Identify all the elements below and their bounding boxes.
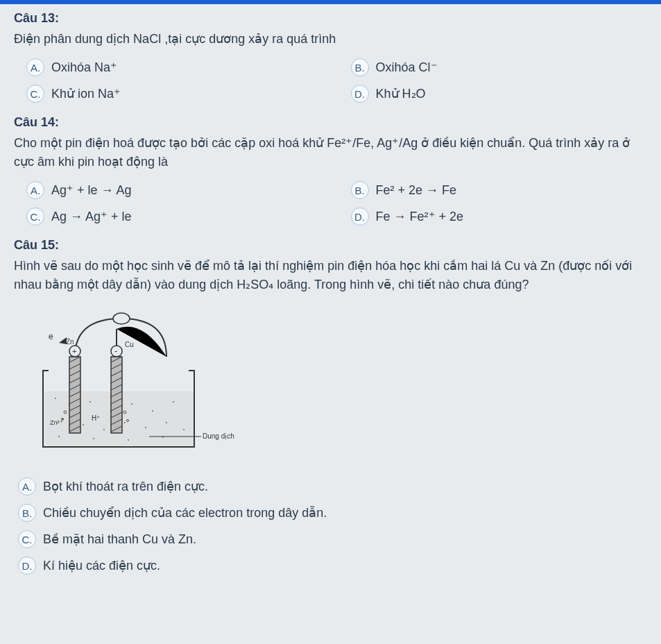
- question-13-title: Câu 13:: [14, 11, 647, 26]
- svg-point-20: [183, 429, 184, 430]
- svg-point-15: [166, 422, 167, 423]
- q14-option-a[interactable]: A. Ag⁺ + le → Ag: [26, 181, 323, 199]
- q13-option-a[interactable]: A. Oxihóa Na⁺: [26, 58, 323, 76]
- q14-option-d[interactable]: D. Fe → Fe²⁺ + 2e: [351, 207, 648, 226]
- option-letter: C.: [26, 85, 44, 103]
- q14-option-c[interactable]: C. Ag → Ag⁺ + le: [26, 207, 323, 226]
- svg-point-8: [152, 410, 153, 412]
- question-13-text: Điện phân dung dịch NaCl ,tại cực dương …: [14, 30, 647, 49]
- q15-diagram: e: [14, 308, 647, 464]
- option-text: Oxihóa Na⁺: [51, 60, 117, 75]
- q13-option-b[interactable]: B. Oxihóa Cl⁻: [351, 58, 648, 76]
- question-13: Câu 13: Điện phân dung dịch NaCl ,tại cự…: [14, 11, 647, 103]
- option-text: Chiều chuyển dịch của các electron trong…: [43, 505, 327, 520]
- option-letter: A.: [18, 477, 36, 495]
- option-text: Oxihóa Cl⁻: [376, 60, 438, 75]
- option-text: Khử H₂O: [376, 86, 426, 101]
- q15-option-d[interactable]: D. Kí hiệu các điện cực.: [18, 557, 647, 575]
- option-letter: B.: [18, 504, 36, 522]
- svg-point-13: [124, 422, 126, 423]
- option-text: Bọt khí thoát ra trên điện cực.: [43, 479, 208, 494]
- question-13-options: A. Oxihóa Na⁺ B. Oxihóa Cl⁻ C. Khử ion N…: [26, 58, 647, 103]
- svg-point-17: [93, 438, 94, 439]
- q13-option-c[interactable]: C. Khử ion Na⁺: [26, 85, 323, 103]
- option-letter: D.: [351, 85, 369, 103]
- svg-point-16: [58, 436, 60, 437]
- electrochemistry-diagram-icon: e: [28, 308, 236, 461]
- q15-option-c[interactable]: C. Bề mặt hai thanh Cu và Zn.: [18, 530, 647, 548]
- svg-point-3: [55, 398, 56, 399]
- option-text: Ag → Ag⁺ + le: [51, 209, 132, 224]
- option-letter: D.: [351, 207, 369, 226]
- q15-option-b[interactable]: B. Chiều chuyển dịch của các electron tr…: [18, 504, 647, 522]
- option-text: Fe → Fe²⁺ + 2e: [376, 209, 464, 224]
- q13-option-d[interactable]: D. Khử H₂O: [351, 85, 648, 103]
- option-text: Khử ion Na⁺: [51, 86, 121, 101]
- question-14-title: Câu 14:: [14, 115, 647, 130]
- question-14-options: A. Ag⁺ + le → Ag B. Fe² + 2e → Fe C. Ag …: [26, 181, 647, 226]
- option-letter: B.: [351, 58, 369, 76]
- svg-text:+: +: [72, 347, 76, 355]
- option-letter: C.: [26, 207, 44, 226]
- option-text: Ag⁺ + le → Ag: [51, 183, 132, 198]
- question-15-text: Hình vẽ sau do một học sinh vẽ để mô tả …: [14, 257, 647, 294]
- diagram-cu-label: Cu: [125, 341, 134, 348]
- diagram-zn-label: Zn: [66, 338, 74, 346]
- option-letter: A.: [26, 58, 44, 76]
- svg-point-0: [113, 313, 130, 324]
- diagram-solution-label: Dung dịch H₂SO₄: [203, 432, 236, 440]
- question-15: Câu 15: Hình vẽ sau do một học sinh vẽ đ…: [14, 238, 647, 575]
- svg-point-9: [173, 401, 174, 402]
- q14-option-b[interactable]: B. Fe² + 2e → Fe: [351, 181, 648, 199]
- option-letter: D.: [18, 557, 36, 575]
- option-text: Kí hiệu các điện cực.: [43, 558, 160, 573]
- question-15-title: Câu 15:: [14, 238, 647, 253]
- svg-point-18: [128, 439, 129, 441]
- svg-point-12: [103, 429, 105, 430]
- svg-point-5: [89, 401, 91, 402]
- svg-text:Zn²⁺: Zn²⁺: [50, 419, 63, 426]
- svg-point-7: [131, 403, 132, 405]
- option-text: Bề mặt hai thanh Cu và Zn.: [43, 532, 196, 547]
- svg-point-14: [145, 427, 146, 428]
- q15-option-a[interactable]: A. Bọt khí thoát ra trên điện cực.: [18, 477, 647, 495]
- svg-point-11: [83, 424, 84, 425]
- option-letter: B.: [351, 181, 369, 199]
- diagram-h-label: H⁺: [92, 414, 100, 422]
- question-14-text: Cho một pin điện hoá được tạo bởi các cặ…: [14, 134, 647, 171]
- svg-text:-: -: [114, 346, 117, 356]
- content-area: Câu 13: Điện phân dung dịch NaCl ,tại cự…: [0, 4, 661, 601]
- option-letter: A.: [26, 181, 44, 199]
- diagram-electron-label: e: [49, 332, 53, 341]
- question-14: Câu 14: Cho một pin điện hoá được tạo bở…: [14, 115, 647, 226]
- option-letter: C.: [18, 530, 36, 548]
- option-text: Fe² + 2e → Fe: [376, 183, 457, 198]
- question-15-options: A. Bọt khí thoát ra trên điện cực. B. Ch…: [18, 477, 647, 575]
